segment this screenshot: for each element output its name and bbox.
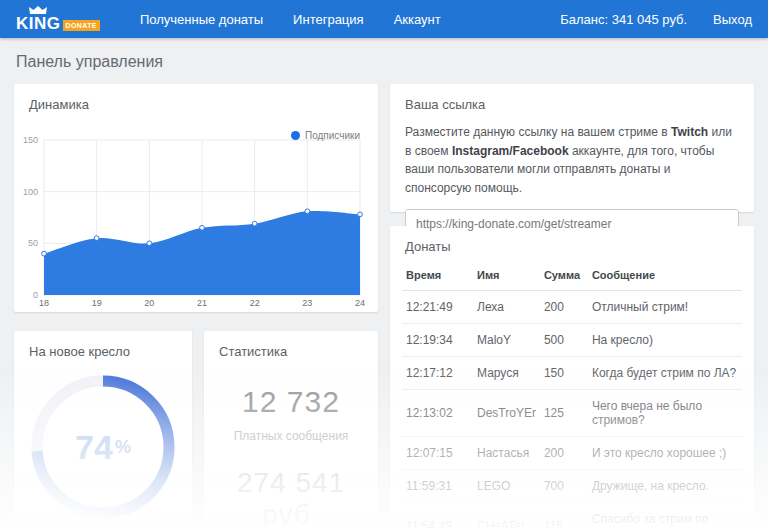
donation-row: 11:54:49CHeATer115Спасибо за стрим по де… [402,503,742,528]
donation-row: 12:17:12Маруся150Когда будет стрим по ЛА… [402,357,742,390]
col-header-message: Сообщение [588,259,742,291]
logo-donate-badge: DONATE [63,20,100,31]
goal-card-title: На новое кресло [14,331,192,359]
page-title: Панель управления [16,53,752,71]
balance-label: Баланс: 341 045 руб. [560,12,687,27]
logo-king-text: KING [16,15,61,32]
svg-text:20: 20 [144,298,154,308]
your-link-description: Разместите данную ссылку на вашем стриме… [390,112,754,197]
subscribers-area-chart: 05010015018192021222324 [22,120,370,308]
donation-row: 12:13:02DesTroYEr125Чего вчера не было с… [402,390,742,437]
chart-legend: Подписчики [291,130,360,141]
svg-text:21: 21 [197,298,207,308]
logout-link[interactable]: Выход [713,12,752,27]
svg-text:0: 0 [33,290,38,300]
stats-card: Статистика 12 732 Платных сообщения 274 … [204,331,378,528]
stats-card-title: Статистика [204,331,378,359]
svg-text:23: 23 [302,298,312,308]
donation-row: 12:19:34MaloY500На кресло) [402,324,742,357]
donation-row: 12:21:49Леха200Отличный стрим! [402,291,742,324]
goal-card: На новое кресло [14,331,192,528]
goal-percent-value: 74 [75,428,113,467]
paid-messages-count: 12 732 [204,385,378,419]
your-link-card-title: Ваша ссылка [390,84,754,112]
your-link-card: Ваша ссылка Разместите данную ссылку на … [390,84,754,212]
nav-item-account[interactable]: Аккаунт [394,12,441,27]
donations-table: Время Имя Сумма Сообщение 12:21:49Леха20… [402,259,742,528]
svg-text:150: 150 [23,135,38,145]
donation-row: 12:07:15Настасья200И это кресло хорошее … [402,437,742,470]
dynamics-card-title: Динамика [14,84,378,112]
svg-text:19: 19 [92,298,102,308]
svg-text:22: 22 [250,298,260,308]
goal-percent: 74 % [27,371,179,523]
dynamics-card: Динамика 05010015018192021222324 Подписч… [14,84,378,312]
donation-row: 11:59:31LEGO700Дружище, на кресло. [402,470,742,503]
svg-text:18: 18 [39,298,49,308]
legend-label: Подписчики [305,130,360,141]
paid-messages-label: Платных сообщения [204,429,378,443]
donations-card: Донаты Время Имя Сумма Сообщение 12:21:4… [390,226,754,528]
topbar: KING DONATE Полученные донаты Интеграция… [0,0,768,38]
nav-item-received-donates[interactable]: Полученные донаты [140,12,263,27]
donations-header-row: Время Имя Сумма Сообщение [402,259,742,291]
svg-text:24: 24 [355,298,365,308]
crown-icon [29,6,47,14]
col-header-sum: Сумма [540,259,588,291]
collected-amount: 274 541 руб. [204,467,378,528]
svg-text:50: 50 [28,238,38,248]
col-header-time: Время [402,259,473,291]
svg-text:100: 100 [23,187,38,197]
main-nav: Полученные донаты Интеграция Аккаунт [140,12,441,27]
goal-percent-sign: % [115,437,131,458]
nav-item-integration[interactable]: Интеграция [293,12,364,27]
col-header-name: Имя [473,259,540,291]
legend-dot-icon [291,131,300,140]
logo[interactable]: KING DONATE [16,6,100,32]
